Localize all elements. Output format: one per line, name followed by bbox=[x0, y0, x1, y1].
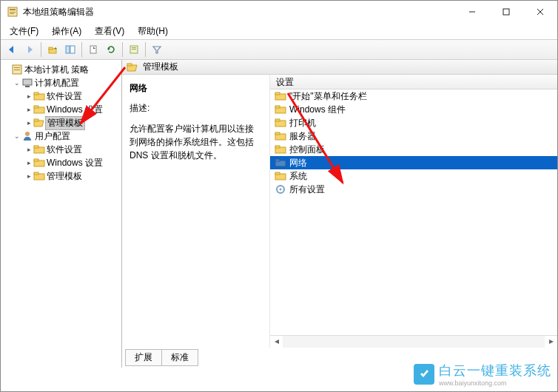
svg-rect-49 bbox=[275, 132, 280, 135]
svg-rect-55 bbox=[275, 172, 280, 175]
svg-rect-13 bbox=[66, 46, 70, 53]
scroll-left-button[interactable]: ◂ bbox=[270, 336, 283, 348]
folder-icon bbox=[275, 104, 286, 115]
tab-extended[interactable]: 扩展 bbox=[125, 349, 161, 366]
description-text: 允许配置客户端计算机用以连接到网络的操作系统组件。这包括 DNS 设置和脱机文件… bbox=[130, 122, 262, 162]
svg-rect-1 bbox=[10, 9, 16, 10]
svg-rect-14 bbox=[70, 46, 75, 53]
folder-icon bbox=[33, 104, 45, 115]
forward-button[interactable] bbox=[21, 41, 38, 58]
folder-icon bbox=[275, 117, 286, 129]
tree-label: Windows 设置 bbox=[45, 104, 104, 116]
tree-label: 软件设置 bbox=[45, 90, 84, 103]
list-item[interactable]: 系统 bbox=[270, 169, 557, 183]
menu-help[interactable]: 帮助(H) bbox=[132, 24, 174, 39]
details-header-title: 管理模板 bbox=[143, 61, 178, 73]
settings-list: 设置 "开始"菜单和任务栏Windows 组件打印机服务器控制面板网络系统所有设… bbox=[270, 75, 557, 348]
svg-marker-58 bbox=[420, 370, 428, 377]
folder-icon bbox=[275, 170, 286, 182]
svg-rect-39 bbox=[34, 172, 38, 175]
list-item-label: 系统 bbox=[289, 170, 307, 183]
list-header-settings[interactable]: 设置 bbox=[270, 75, 557, 89]
svg-rect-30 bbox=[34, 106, 38, 108]
tree-c-windows[interactable]: ▸Windows 设置 bbox=[2, 103, 120, 116]
svg-rect-11 bbox=[49, 47, 53, 50]
minimize-button[interactable] bbox=[455, 1, 489, 23]
nav-tree[interactable]: ▸ 本地计算机 策略 ⌄ 计算机配置 ▸软件设置 ▸Windows 设置 ▸管理… bbox=[1, 60, 122, 368]
list-item[interactable]: Windows 组件 bbox=[270, 103, 557, 116]
description-label: 描述: bbox=[130, 102, 262, 115]
svg-rect-2 bbox=[10, 12, 16, 13]
svg-rect-20 bbox=[132, 49, 136, 50]
svg-rect-26 bbox=[25, 86, 30, 87]
menu-file[interactable]: 文件(F) bbox=[4, 24, 44, 39]
folder-icon bbox=[33, 143, 45, 155]
description-title[interactable]: 网络 bbox=[130, 82, 262, 95]
horizontal-scrollbar[interactable]: ◂ ▸ bbox=[270, 335, 557, 348]
up-level-button[interactable] bbox=[44, 41, 61, 58]
list-item[interactable]: 打印机 bbox=[270, 116, 557, 129]
folder-icon bbox=[33, 170, 45, 182]
tree-label: 管理模板 bbox=[45, 170, 84, 183]
svg-rect-45 bbox=[275, 106, 280, 108]
list-item-label: 控制面板 bbox=[289, 143, 325, 156]
tree-computer-config[interactable]: ⌄ 计算机配置 bbox=[2, 76, 120, 89]
svg-rect-53 bbox=[275, 159, 280, 161]
tree-label: 计算机配置 bbox=[33, 77, 81, 89]
svg-marker-12 bbox=[54, 47, 57, 49]
svg-rect-5 bbox=[503, 9, 509, 15]
folder-icon bbox=[275, 130, 286, 142]
refresh-button[interactable] bbox=[103, 41, 119, 58]
filter-button[interactable] bbox=[149, 41, 165, 58]
tree-label: 用户配置 bbox=[33, 130, 72, 143]
titlebar: 本地组策略编辑器 bbox=[1, 1, 557, 23]
tree-label: Windows 设置 bbox=[45, 157, 104, 169]
tab-standard[interactable]: 标准 bbox=[161, 349, 198, 366]
policy-icon bbox=[11, 64, 23, 75]
window-title: 本地组策略编辑器 bbox=[23, 6, 455, 18]
tree-u-admin-templates[interactable]: ▸管理模板 bbox=[2, 169, 120, 183]
svg-rect-41 bbox=[127, 64, 132, 66]
svg-rect-37 bbox=[34, 159, 38, 161]
close-button[interactable] bbox=[523, 1, 557, 23]
tree-u-software[interactable]: ▸软件设置 bbox=[2, 143, 120, 156]
svg-rect-28 bbox=[34, 92, 38, 95]
tree-c-admin-templates[interactable]: ▸管理模板 bbox=[2, 116, 120, 129]
tree-u-windows[interactable]: ▸Windows 设置 bbox=[2, 156, 120, 169]
svg-rect-23 bbox=[14, 67, 20, 68]
list-item[interactable]: "开始"菜单和任务栏 bbox=[270, 89, 557, 103]
app-icon bbox=[7, 6, 19, 18]
menu-action[interactable]: 操作(A) bbox=[46, 24, 87, 39]
back-button[interactable] bbox=[4, 41, 20, 58]
svg-rect-24 bbox=[14, 70, 20, 70]
maximize-button[interactable] bbox=[489, 1, 523, 23]
list-item-label: Windows 组件 bbox=[289, 104, 346, 116]
computer-icon bbox=[21, 77, 33, 89]
watermark: 白云一键重装系统 www.baiyunxitong.com bbox=[414, 362, 551, 387]
folder-selected-icon bbox=[275, 157, 286, 169]
svg-marker-9 bbox=[28, 46, 33, 53]
export-button[interactable] bbox=[85, 41, 101, 58]
tree-label: 管理模板 bbox=[45, 116, 85, 130]
watermark-text: 白云一键重装系统 bbox=[439, 363, 551, 378]
menubar: 文件(F) 操作(A) 查看(V) 帮助(H) bbox=[1, 23, 557, 39]
scroll-right-button[interactable]: ▸ bbox=[545, 336, 557, 348]
list-item[interactable]: 网络 bbox=[270, 156, 557, 169]
list-item[interactable]: 控制面板 bbox=[270, 143, 557, 156]
show-hide-tree-button[interactable] bbox=[62, 41, 78, 58]
svg-rect-19 bbox=[132, 47, 136, 48]
tree-root[interactable]: ▸ 本地计算机 策略 bbox=[2, 63, 120, 76]
folder-open-icon bbox=[33, 117, 45, 129]
details-header: 管理模板 bbox=[122, 60, 557, 75]
list-item[interactable]: 服务器 bbox=[270, 129, 557, 143]
menu-view[interactable]: 查看(V) bbox=[89, 24, 130, 39]
svg-rect-47 bbox=[275, 119, 280, 121]
watermark-badge-icon bbox=[414, 364, 434, 385]
settings-icon bbox=[275, 183, 286, 195]
folder-open-icon bbox=[127, 61, 138, 73]
list-item-label: 网络 bbox=[289, 157, 307, 169]
list-item[interactable]: 所有设置 bbox=[270, 183, 557, 196]
tree-c-software[interactable]: ▸软件设置 bbox=[2, 89, 120, 103]
tree-user-config[interactable]: ⌄ 用户配置 bbox=[2, 129, 120, 143]
properties-button[interactable] bbox=[126, 41, 142, 58]
